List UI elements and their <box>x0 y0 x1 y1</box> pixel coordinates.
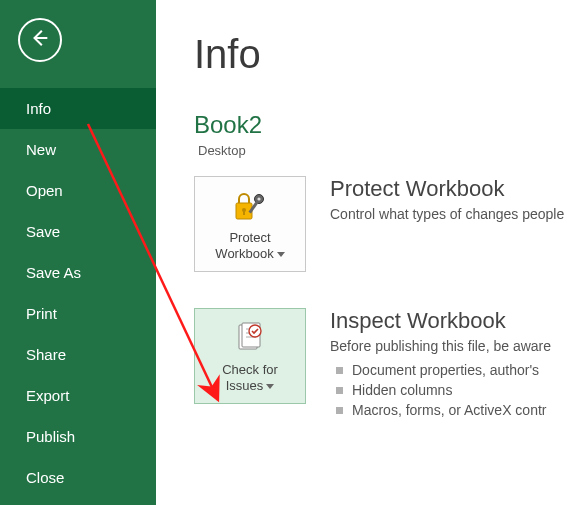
protect-heading: Protect Workbook <box>330 176 567 202</box>
protect-workbook-button[interactable]: Protect Workbook <box>194 176 306 272</box>
nav-label: Save <box>26 223 60 240</box>
list-item: Macros, forms, or ActiveX contr <box>330 400 567 420</box>
inspect-desc: Before publishing this file, be aware <box>330 338 567 354</box>
sidebar-item-publish[interactable]: Publish <box>0 416 156 457</box>
page-title: Info <box>194 32 567 77</box>
sidebar-item-save[interactable]: Save <box>0 211 156 252</box>
nav-label: Publish <box>26 428 75 445</box>
check-issues-button-label: Check for Issues <box>222 362 278 395</box>
file-name: Book2 <box>194 111 567 139</box>
protect-desc: Control what types of changes people <box>330 206 567 222</box>
sidebar-item-print[interactable]: Print <box>0 293 156 334</box>
nav-label: Close <box>26 469 64 486</box>
protect-button-label: Protect Workbook <box>215 230 284 263</box>
nav-label: Save As <box>26 264 81 281</box>
chevron-down-icon <box>277 252 285 257</box>
check-for-issues-button[interactable]: Check for Issues <box>194 308 306 404</box>
nav-label: Share <box>26 346 66 363</box>
nav-label: Info <box>26 100 51 117</box>
list-item: Document properties, author's <box>330 360 567 380</box>
inspect-heading: Inspect Workbook <box>330 308 567 334</box>
nav-label: New <box>26 141 56 158</box>
protect-section: Protect Workbook Protect Workbook Contro… <box>194 176 567 272</box>
file-path: Desktop <box>198 143 567 158</box>
content-area: Info Book2 Desktop Protect <box>156 0 567 505</box>
list-item: Hidden columns <box>330 380 567 400</box>
inspect-section: Check for Issues Inspect Workbook Before… <box>194 308 567 420</box>
svg-rect-3 <box>243 211 245 215</box>
sidebar-item-export[interactable]: Export <box>0 375 156 416</box>
inspect-bullet-list: Document properties, author's Hidden col… <box>330 360 567 420</box>
sidebar-item-info[interactable]: Info <box>0 88 156 129</box>
backstage-sidebar: Info New Open Save Save As Print Share E… <box>0 0 156 505</box>
sidebar-item-close[interactable]: Close <box>0 457 156 498</box>
sidebar-item-new[interactable]: New <box>0 129 156 170</box>
nav-label: Export <box>26 387 69 404</box>
lock-key-icon <box>232 188 268 224</box>
back-button[interactable] <box>18 18 62 62</box>
nav-label: Print <box>26 305 57 322</box>
nav-label: Open <box>26 182 63 199</box>
sidebar-item-save-as[interactable]: Save As <box>0 252 156 293</box>
document-check-icon <box>233 320 267 356</box>
back-arrow-icon <box>29 27 51 53</box>
sidebar-item-share[interactable]: Share <box>0 334 156 375</box>
chevron-down-icon <box>266 384 274 389</box>
sidebar-item-open[interactable]: Open <box>0 170 156 211</box>
svg-point-5 <box>257 197 260 200</box>
